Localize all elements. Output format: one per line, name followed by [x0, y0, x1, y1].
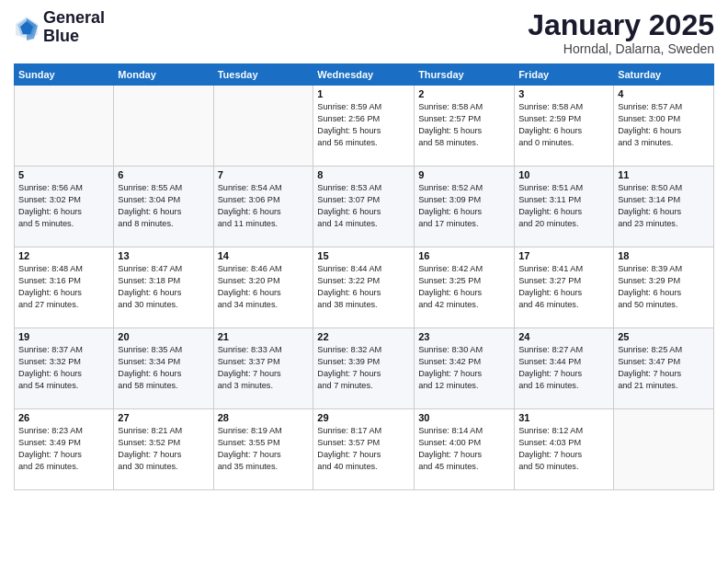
day-info: Sunrise: 8:35 AM Sunset: 3:34 PM Dayligh… [118, 344, 209, 392]
week-row-4: 19Sunrise: 8:37 AM Sunset: 3:32 PM Dayli… [15, 328, 714, 409]
calendar-cell: 2Sunrise: 8:58 AM Sunset: 2:57 PM Daylig… [415, 86, 515, 167]
weekday-header-saturday: Saturday [614, 64, 714, 86]
day-info: Sunrise: 8:42 AM Sunset: 3:25 PM Dayligh… [418, 263, 510, 311]
day-number: 3 [518, 88, 609, 99]
calendar-cell: 27Sunrise: 8:21 AM Sunset: 3:52 PM Dayli… [114, 409, 213, 490]
day-number: 24 [518, 331, 609, 342]
day-info: Sunrise: 8:46 AM Sunset: 3:20 PM Dayligh… [218, 263, 310, 311]
day-number: 16 [418, 250, 510, 261]
calendar-cell: 11Sunrise: 8:50 AM Sunset: 3:14 PM Dayli… [614, 167, 714, 247]
day-info: Sunrise: 8:48 AM Sunset: 3:16 PM Dayligh… [18, 263, 109, 311]
day-number: 25 [618, 331, 710, 342]
calendar-cell: 22Sunrise: 8:32 AM Sunset: 3:39 PM Dayli… [313, 328, 415, 409]
calendar-cell: 10Sunrise: 8:51 AM Sunset: 3:11 PM Dayli… [515, 167, 614, 247]
day-info: Sunrise: 8:14 AM Sunset: 4:00 PM Dayligh… [418, 425, 510, 473]
calendar-cell: 28Sunrise: 8:19 AM Sunset: 3:55 PM Dayli… [213, 409, 313, 490]
calendar-cell: 23Sunrise: 8:30 AM Sunset: 3:42 PM Dayli… [415, 328, 515, 409]
calendar-cell [15, 86, 114, 167]
day-info: Sunrise: 8:41 AM Sunset: 3:27 PM Dayligh… [518, 263, 609, 311]
calendar-cell: 4Sunrise: 8:57 AM Sunset: 3:00 PM Daylig… [614, 86, 714, 167]
day-number: 2 [418, 88, 510, 99]
page: General Blue January 2025 Horndal, Dalar… [0, 0, 728, 563]
day-info: Sunrise: 8:30 AM Sunset: 3:42 PM Dayligh… [418, 344, 510, 392]
day-info: Sunrise: 8:50 AM Sunset: 3:14 PM Dayligh… [618, 182, 710, 230]
day-info: Sunrise: 8:58 AM Sunset: 2:57 PM Dayligh… [418, 101, 510, 149]
day-info: Sunrise: 8:55 AM Sunset: 3:04 PM Dayligh… [118, 182, 209, 230]
weekday-header-wednesday: Wednesday [313, 64, 415, 86]
day-info: Sunrise: 8:37 AM Sunset: 3:32 PM Dayligh… [18, 344, 109, 392]
day-info: Sunrise: 8:32 AM Sunset: 3:39 PM Dayligh… [317, 344, 410, 392]
weekday-header-thursday: Thursday [415, 64, 515, 86]
day-info: Sunrise: 8:25 AM Sunset: 3:47 PM Dayligh… [618, 344, 710, 392]
calendar-cell: 15Sunrise: 8:44 AM Sunset: 3:22 PM Dayli… [313, 247, 415, 328]
week-row-2: 5Sunrise: 8:56 AM Sunset: 3:02 PM Daylig… [15, 167, 714, 247]
calendar-cell: 3Sunrise: 8:58 AM Sunset: 2:59 PM Daylig… [515, 86, 614, 167]
location-subtitle: Horndal, Dalarna, Sweden [528, 41, 714, 56]
day-number: 6 [118, 169, 209, 180]
day-number: 18 [618, 250, 710, 261]
day-number: 1 [317, 88, 410, 99]
calendar-cell: 17Sunrise: 8:41 AM Sunset: 3:27 PM Dayli… [515, 247, 614, 328]
logo-text: General Blue [43, 9, 105, 46]
calendar-cell: 31Sunrise: 8:12 AM Sunset: 4:03 PM Dayli… [515, 409, 614, 490]
calendar-cell: 14Sunrise: 8:46 AM Sunset: 3:20 PM Dayli… [213, 247, 313, 328]
day-number: 27 [118, 412, 209, 423]
day-info: Sunrise: 8:21 AM Sunset: 3:52 PM Dayligh… [118, 425, 209, 473]
day-number: 5 [18, 169, 109, 180]
day-number: 17 [518, 250, 609, 261]
day-number: 30 [418, 412, 510, 423]
calendar-cell: 24Sunrise: 8:27 AM Sunset: 3:44 PM Dayli… [515, 328, 614, 409]
calendar-cell [114, 86, 213, 167]
day-info: Sunrise: 8:59 AM Sunset: 2:56 PM Dayligh… [317, 101, 410, 149]
day-number: 28 [218, 412, 310, 423]
day-info: Sunrise: 8:58 AM Sunset: 2:59 PM Dayligh… [518, 101, 609, 149]
week-row-3: 12Sunrise: 8:48 AM Sunset: 3:16 PM Dayli… [15, 247, 714, 328]
day-number: 9 [418, 169, 510, 180]
day-number: 29 [317, 412, 410, 423]
calendar-cell: 1Sunrise: 8:59 AM Sunset: 2:56 PM Daylig… [313, 86, 415, 167]
day-number: 21 [218, 331, 310, 342]
calendar-cell: 16Sunrise: 8:42 AM Sunset: 3:25 PM Dayli… [415, 247, 515, 328]
calendar-cell: 29Sunrise: 8:17 AM Sunset: 3:57 PM Dayli… [313, 409, 415, 490]
weekday-header-tuesday: Tuesday [213, 64, 313, 86]
day-number: 31 [518, 412, 609, 423]
logo-icon [14, 15, 40, 40]
weekday-header-monday: Monday [114, 64, 213, 86]
calendar-cell: 21Sunrise: 8:33 AM Sunset: 3:37 PM Dayli… [213, 328, 313, 409]
calendar-cell: 9Sunrise: 8:52 AM Sunset: 3:09 PM Daylig… [415, 167, 515, 247]
calendar-cell: 26Sunrise: 8:23 AM Sunset: 3:49 PM Dayli… [15, 409, 114, 490]
day-number: 20 [118, 331, 209, 342]
day-info: Sunrise: 8:23 AM Sunset: 3:49 PM Dayligh… [18, 425, 109, 473]
day-number: 19 [18, 331, 109, 342]
day-info: Sunrise: 8:56 AM Sunset: 3:02 PM Dayligh… [18, 182, 109, 230]
day-info: Sunrise: 8:53 AM Sunset: 3:07 PM Dayligh… [317, 182, 410, 230]
day-number: 7 [218, 169, 310, 180]
day-info: Sunrise: 8:33 AM Sunset: 3:37 PM Dayligh… [218, 344, 310, 392]
calendar-cell: 25Sunrise: 8:25 AM Sunset: 3:47 PM Dayli… [614, 328, 714, 409]
calendar-cell: 30Sunrise: 8:14 AM Sunset: 4:00 PM Dayli… [415, 409, 515, 490]
weekday-header-sunday: Sunday [15, 64, 114, 86]
day-info: Sunrise: 8:52 AM Sunset: 3:09 PM Dayligh… [418, 182, 510, 230]
calendar-cell: 20Sunrise: 8:35 AM Sunset: 3:34 PM Dayli… [114, 328, 213, 409]
weekday-header-friday: Friday [515, 64, 614, 86]
day-number: 23 [418, 331, 510, 342]
day-info: Sunrise: 8:27 AM Sunset: 3:44 PM Dayligh… [518, 344, 609, 392]
calendar-cell: 7Sunrise: 8:54 AM Sunset: 3:06 PM Daylig… [213, 167, 313, 247]
calendar-cell: 8Sunrise: 8:53 AM Sunset: 3:07 PM Daylig… [313, 167, 415, 247]
day-number: 14 [218, 250, 310, 261]
day-number: 10 [518, 169, 609, 180]
day-info: Sunrise: 8:17 AM Sunset: 3:57 PM Dayligh… [317, 425, 410, 473]
day-info: Sunrise: 8:12 AM Sunset: 4:03 PM Dayligh… [518, 425, 609, 473]
week-row-1: 1Sunrise: 8:59 AM Sunset: 2:56 PM Daylig… [15, 86, 714, 167]
calendar-cell: 6Sunrise: 8:55 AM Sunset: 3:04 PM Daylig… [114, 167, 213, 247]
day-info: Sunrise: 8:44 AM Sunset: 3:22 PM Dayligh… [317, 263, 410, 311]
calendar-cell: 19Sunrise: 8:37 AM Sunset: 3:32 PM Dayli… [15, 328, 114, 409]
calendar-cell: 12Sunrise: 8:48 AM Sunset: 3:16 PM Dayli… [15, 247, 114, 328]
day-number: 22 [317, 331, 410, 342]
month-title: January 2025 [528, 9, 714, 41]
day-number: 15 [317, 250, 410, 261]
day-number: 4 [618, 88, 710, 99]
week-row-5: 26Sunrise: 8:23 AM Sunset: 3:49 PM Dayli… [15, 409, 714, 490]
calendar-cell [614, 409, 714, 490]
day-info: Sunrise: 8:57 AM Sunset: 3:00 PM Dayligh… [618, 101, 710, 149]
